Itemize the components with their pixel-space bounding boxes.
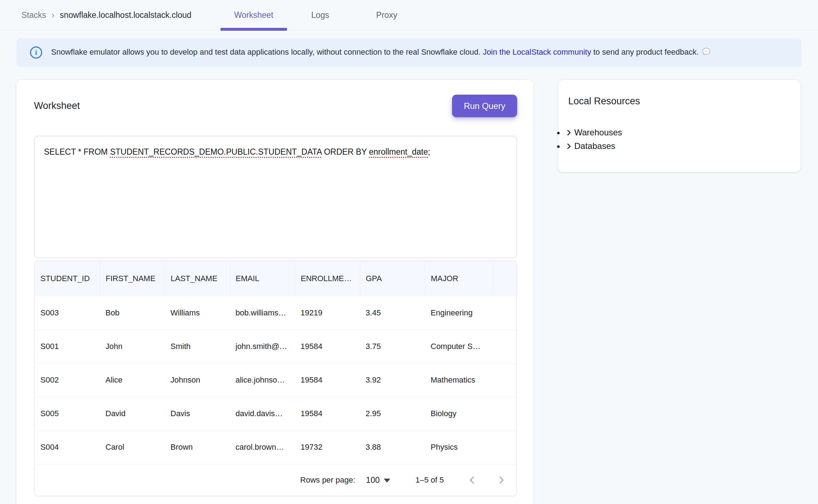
table-cell: bob.williams… bbox=[230, 296, 295, 330]
results-table: STUDENT_IDFIRST_NAMELAST_NAMEEMAILENROLL… bbox=[35, 261, 516, 464]
table-cell: John bbox=[100, 330, 165, 363]
worksheet-panel: Worksheet Run Query SELECT * FROM STUDEN… bbox=[16, 80, 533, 504]
table-cell: carol.brown… bbox=[230, 430, 295, 464]
sql-token: SELECT * FROM bbox=[44, 147, 110, 156]
table-cell: 19584 bbox=[295, 397, 360, 430]
speech-bubble-icon bbox=[702, 47, 711, 59]
table-row[interactable]: S004CarolBrowncarol.brown…197323.88Physi… bbox=[35, 430, 516, 464]
previous-page-button[interactable] bbox=[466, 474, 478, 486]
column-header-enrollme-[interactable]: ENROLLME… bbox=[295, 261, 360, 296]
breadcrumb: Stacks › snowflake.localhost.localstack.… bbox=[21, 0, 192, 30]
table-cell: Brown bbox=[165, 430, 230, 464]
table-cell: 19584 bbox=[295, 330, 360, 363]
table-cell-spacer bbox=[493, 330, 516, 363]
table-cell: Carol bbox=[100, 430, 165, 464]
table-header-row: STUDENT_IDFIRST_NAMELAST_NAMEEMAILENROLL… bbox=[35, 261, 516, 296]
sql-token: ORDER BY bbox=[322, 147, 369, 156]
info-icon: i bbox=[30, 46, 42, 59]
table-cell: Smith bbox=[165, 330, 230, 363]
sql-editor[interactable]: SELECT * FROM STUDENT_RECORDS_DEMO.PUBLI… bbox=[34, 136, 517, 258]
table-cell: 19219 bbox=[295, 296, 360, 330]
table-cell-spacer bbox=[493, 296, 516, 330]
chevron-right-icon bbox=[565, 141, 573, 154]
column-header-last-name[interactable]: LAST_NAME bbox=[165, 261, 230, 296]
table-cell: Computer S… bbox=[425, 330, 493, 363]
table-row[interactable]: S005DavidDavisdavid.davis…195842.95Biolo… bbox=[35, 397, 516, 430]
table-row[interactable]: S003BobWilliamsbob.williams…192193.45Eng… bbox=[35, 296, 516, 330]
table-cell: Engineering bbox=[425, 296, 493, 330]
info-banner: i Snowflake emulator allows you to devel… bbox=[16, 38, 802, 67]
column-header-first-name[interactable]: FIRST_NAME bbox=[100, 261, 165, 296]
table-cell-spacer bbox=[493, 430, 516, 464]
table-cell: 2.95 bbox=[360, 397, 425, 430]
tab-worksheet[interactable]: Worksheet bbox=[220, 0, 287, 30]
sql-token-misspelled: STUDENT_RECORDS_DEMO.PUBLIC.STUDENT_DATA bbox=[110, 147, 322, 156]
local-resources-title: Local Resources bbox=[568, 96, 640, 107]
table-cell: 3.45 bbox=[360, 296, 425, 330]
chevron-left-icon bbox=[466, 474, 478, 486]
results-table-body: S003BobWilliamsbob.williams…192193.45Eng… bbox=[35, 296, 516, 464]
banner-text: Snowflake emulator allows you to develop… bbox=[51, 47, 711, 59]
table-cell: Mathematics bbox=[425, 363, 493, 397]
table-cell-spacer bbox=[493, 397, 516, 430]
breadcrumb-stacks-link[interactable]: Stacks bbox=[21, 10, 46, 20]
chevron-right-icon bbox=[565, 128, 573, 140]
table-cell: S003 bbox=[35, 296, 100, 330]
column-header-major[interactable]: MAJOR bbox=[425, 261, 493, 296]
next-page-button[interactable] bbox=[495, 474, 507, 486]
table-row[interactable]: S001JohnSmithjohn.smith@…195843.75Comput… bbox=[35, 330, 516, 363]
breadcrumb-separator-icon: › bbox=[51, 10, 54, 20]
table-cell: 3.75 bbox=[360, 330, 425, 363]
table-cell: david.davis… bbox=[230, 397, 295, 430]
chevron-right-icon bbox=[496, 474, 507, 486]
worksheet-title: Worksheet bbox=[34, 100, 80, 111]
top-navigation-bar: Stacks › snowflake.localhost.localstack.… bbox=[0, 0, 818, 30]
rows-per-page-select[interactable]: 100 bbox=[366, 475, 390, 485]
table-cell: S001 bbox=[35, 330, 100, 363]
tab-logs[interactable]: Logs bbox=[287, 0, 353, 30]
resources-list: WarehousesDatabases bbox=[558, 126, 622, 154]
resource-item-label: Warehouses bbox=[574, 128, 622, 137]
tab-proxy[interactable]: Proxy bbox=[353, 0, 420, 30]
table-cell: Alice bbox=[100, 363, 165, 397]
pagination-range-label: 1–5 of 5 bbox=[415, 475, 444, 485]
table-cell: S005 bbox=[35, 397, 100, 430]
column-header-student-id[interactable]: STUDENT_ID bbox=[35, 261, 100, 296]
resource-item-databases[interactable]: Databases bbox=[565, 140, 622, 154]
column-header-spacer bbox=[493, 261, 516, 296]
table-cell: john.smith@… bbox=[230, 330, 295, 363]
table-cell: Davis bbox=[165, 397, 230, 430]
table-cell-spacer bbox=[493, 363, 516, 397]
results-table-container: STUDENT_IDFIRST_NAMELAST_NAMEEMAILENROLL… bbox=[34, 260, 517, 496]
breadcrumb-current-stack: snowflake.localhost.localstack.cloud bbox=[60, 10, 191, 20]
localstack-community-link[interactable]: Join the LocalStack community bbox=[483, 48, 591, 56]
sql-token-misspelled: enrollment_date bbox=[369, 147, 428, 156]
run-query-button[interactable]: Run Query bbox=[452, 95, 517, 117]
table-cell: 19584 bbox=[295, 363, 360, 397]
table-cell: Williams bbox=[165, 296, 230, 330]
table-cell: Johnson bbox=[165, 363, 230, 397]
table-cell: 19732 bbox=[295, 430, 360, 464]
banner-text-before-link: Snowflake emulator allows you to develop… bbox=[51, 48, 483, 56]
table-cell: 3.92 bbox=[360, 363, 425, 397]
local-resources-panel: Local Resources WarehousesDatabases bbox=[558, 80, 800, 172]
chevron-down-icon bbox=[384, 479, 390, 483]
table-cell: S002 bbox=[35, 363, 100, 397]
table-row[interactable]: S002AliceJohnsonalice.johnso…195843.92Ma… bbox=[35, 363, 516, 397]
table-cell: 3.88 bbox=[360, 430, 425, 464]
table-cell: Bob bbox=[100, 296, 165, 330]
table-cell: S004 bbox=[35, 430, 100, 464]
rows-per-page-value: 100 bbox=[366, 475, 380, 485]
table-cell: Biology bbox=[425, 397, 493, 430]
column-header-gpa[interactable]: GPA bbox=[360, 261, 425, 296]
table-cell: David bbox=[100, 397, 165, 430]
resource-item-label: Databases bbox=[574, 141, 615, 151]
resource-item-warehouses[interactable]: Warehouses bbox=[565, 126, 622, 140]
rows-per-page-label: Rows per page: bbox=[300, 475, 355, 485]
sql-token: ; bbox=[428, 147, 430, 156]
table-cell: alice.johnso… bbox=[230, 363, 295, 397]
table-cell: Physics bbox=[425, 430, 493, 464]
tab-bar: WorksheetLogsProxy bbox=[220, 0, 420, 30]
banner-text-after-link: to send any product feedback. bbox=[591, 48, 699, 56]
column-header-email[interactable]: EMAIL bbox=[230, 261, 295, 296]
